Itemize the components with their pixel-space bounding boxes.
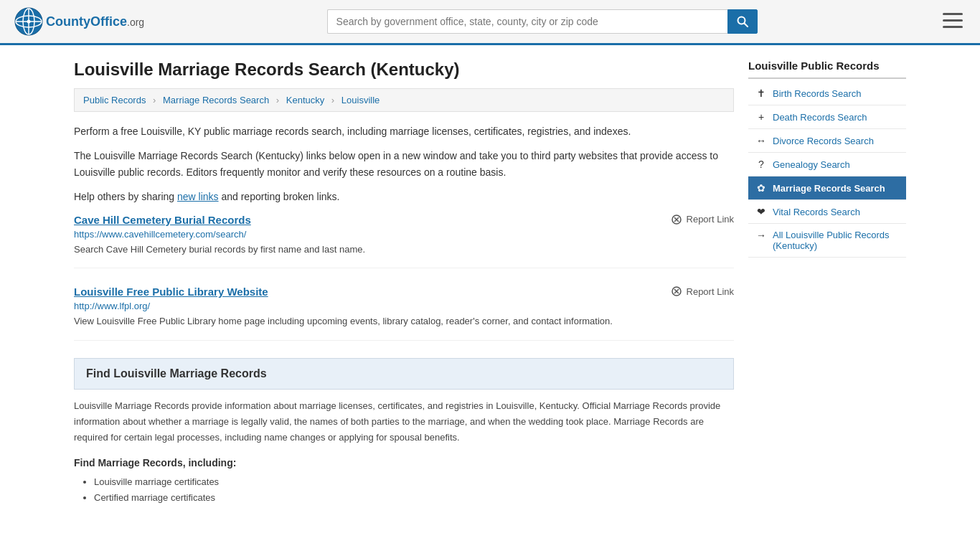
sidebar-title: Louisville Public Records — [748, 60, 906, 79]
report-link-1[interactable]: Report Link — [671, 286, 734, 297]
arrow-right-icon: → — [755, 230, 767, 241]
record-entries: Cave Hill Cemetery Burial Records Report… — [74, 214, 734, 341]
sidebar-link-all[interactable]: All Louisville Public Records (Kentucky) — [773, 230, 899, 251]
sidebar-item-vital[interactable]: ❤ Vital Records Search — [748, 200, 906, 224]
sidebar-link-vital[interactable]: Vital Records Search — [773, 207, 860, 217]
record-entry-0: Cave Hill Cemetery Burial Records Report… — [74, 214, 734, 269]
sidebar-label-marriage: Marriage Records Search — [773, 183, 885, 194]
find-section-title: Find Louisville Marriage Records — [74, 358, 734, 390]
sidebar-item-marriage[interactable]: ✿ Marriage Records Search — [748, 176, 906, 200]
sidebar-link-birth[interactable]: Birth Records Search — [773, 88, 862, 99]
sidebar-item-divorce[interactable]: ↔ Divorce Records Search — [748, 129, 906, 153]
report-icon-1 — [671, 286, 682, 297]
record-desc-1: View Louisville Free Public Library home… — [74, 314, 734, 329]
record-title-0[interactable]: Cave Hill Cemetery Burial Records — [74, 214, 251, 226]
svg-rect-9 — [943, 19, 963, 22]
birth-icon: ✝ — [755, 88, 767, 99]
breadcrumb-louisville[interactable]: Louisville — [341, 95, 380, 105]
sidebar-item-birth[interactable]: ✝ Birth Records Search — [748, 82, 906, 105]
record-title-1[interactable]: Louisville Free Public Library Website — [74, 286, 268, 298]
logo-text: CountyOffice.org — [46, 14, 144, 29]
report-link-0[interactable]: Report Link — [671, 214, 734, 225]
sidebar-item-death[interactable]: + Death Records Search — [748, 105, 906, 129]
sidebar-link-death[interactable]: Death Records Search — [773, 112, 867, 123]
marriage-icon: ✿ — [755, 182, 767, 194]
page-title: Louisville Marriage Records Search (Kent… — [74, 60, 734, 80]
divorce-icon: ↔ — [755, 135, 767, 146]
menu-button[interactable] — [940, 10, 966, 34]
intro-paragraph-2: The Louisville Marriage Records Search (… — [74, 148, 734, 180]
sidebar-link-genealogy[interactable]: Genealogy Search — [773, 159, 850, 170]
record-url-1[interactable]: http://www.lfpl.org/ — [74, 301, 734, 311]
record-entry-1: Louisville Free Public Library Website R… — [74, 286, 734, 341]
report-icon-0 — [671, 214, 682, 225]
search-input[interactable] — [327, 9, 727, 34]
logo-icon — [14, 7, 43, 36]
breadcrumb-sep-1: › — [153, 95, 156, 105]
find-section-body: Louisville Marriage Records provide info… — [74, 398, 734, 446]
breadcrumb-sep-2: › — [276, 95, 279, 105]
sidebar-link-divorce[interactable]: Divorce Records Search — [773, 136, 874, 146]
svg-rect-10 — [943, 26, 963, 28]
death-icon: + — [755, 111, 767, 123]
search-icon — [737, 16, 748, 27]
breadcrumb: Public Records › Marriage Records Search… — [74, 88, 734, 112]
breadcrumb-sep-3: › — [331, 95, 334, 105]
breadcrumb-public-records[interactable]: Public Records — [83, 95, 146, 105]
hamburger-icon — [943, 13, 963, 29]
find-list-item-0: Louisville marriage certificates — [94, 474, 734, 490]
record-desc-0: Search Cave Hill Cemetery burial records… — [74, 242, 734, 257]
genealogy-icon: ? — [755, 159, 767, 170]
sidebar: Louisville Public Records ✝ Birth Record… — [748, 60, 906, 506]
breadcrumb-kentucky[interactable]: Kentucky — [286, 95, 324, 105]
sidebar-item-all[interactable]: → All Louisville Public Records (Kentuck… — [748, 224, 906, 258]
record-url-0[interactable]: https://www.cavehillcemetery.com/search/ — [74, 229, 734, 240]
find-list-item-1: Certified marriage certificates — [94, 490, 734, 506]
svg-rect-8 — [943, 13, 963, 15]
find-list-header: Find Marriage Records, including: — [74, 457, 734, 468]
search-button[interactable] — [727, 9, 758, 34]
logo[interactable]: CountyOffice.org — [14, 7, 144, 36]
vital-icon: ❤ — [755, 206, 767, 217]
intro-paragraph-3: Help others by sharing new links and rep… — [74, 189, 734, 204]
find-list: Louisville marriage certificates Certifi… — [74, 474, 734, 506]
new-links-link[interactable]: new links — [177, 191, 219, 202]
find-section: Find Louisville Marriage Records Louisvi… — [74, 358, 734, 506]
intro-paragraph-1: Perform a free Louisville, KY public mar… — [74, 123, 734, 139]
breadcrumb-marriage-records-search[interactable]: Marriage Records Search — [163, 95, 269, 105]
sidebar-item-genealogy[interactable]: ? Genealogy Search — [748, 153, 906, 176]
svg-line-7 — [744, 24, 748, 27]
